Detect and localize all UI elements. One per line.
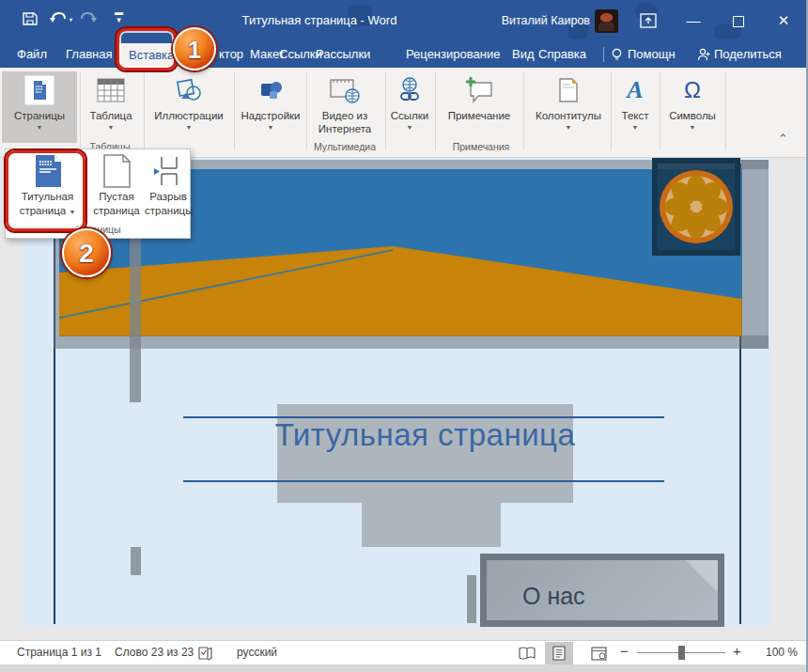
links-button[interactable]: Ссылки ▼ (387, 71, 432, 143)
links-icon (387, 71, 432, 109)
table-button[interactable]: Таблица ▼ (83, 71, 139, 143)
status-bar: Страница 1 из 1 Слово 23 из 23 русский −… (0, 640, 808, 664)
links-label: Ссылки (387, 109, 432, 122)
addins-label: Надстройки (237, 109, 304, 122)
tab-review[interactable]: Рецензирование (406, 47, 500, 61)
header-footer-label: Колонтитулы (528, 109, 609, 122)
blank-page-item[interactable]: Пустая страница (89, 152, 144, 217)
window-title: Титульная страница - Word (197, 13, 442, 27)
text-icon: A (614, 71, 657, 109)
group-separator (306, 71, 307, 150)
online-video-label: Видео из Интернета (308, 109, 381, 135)
tab-design-partial[interactable]: ктор (219, 47, 243, 61)
proofing-status-icon[interactable] (197, 645, 213, 664)
zoom-out-button[interactable]: − (620, 643, 629, 659)
window-bottom-edge (0, 664, 808, 672)
blank-page-label: Пустая страница (89, 190, 144, 217)
document-title-text[interactable]: Титульная страница (183, 417, 667, 453)
ribbon-display-options-icon[interactable] (628, 0, 669, 41)
addins-button[interactable]: Надстройки ▼ (237, 71, 304, 143)
online-video-icon (308, 71, 381, 109)
text-label: Текст (614, 109, 657, 122)
pages-button[interactable]: Страницы ▼ (2, 71, 77, 143)
maximize-button[interactable] (718, 0, 759, 41)
selection-overlay-right (741, 160, 769, 349)
tab-mailings[interactable]: Рассылки (316, 47, 370, 61)
text-button[interactable]: A Текст ▼ (614, 71, 657, 143)
customize-qat-button[interactable]: ▬▾ (115, 8, 123, 23)
annotation-badge-2: 2 (62, 228, 111, 277)
subtitle-placeholder-block[interactable] (362, 503, 501, 547)
group-separator (660, 71, 660, 150)
zoom-in-button[interactable]: + (733, 643, 741, 659)
illustrations-button[interactable]: Иллюстрации ▼ (148, 71, 229, 143)
dropdown-caret-icon: ▼ (2, 124, 77, 131)
avatar[interactable] (595, 9, 618, 33)
zoom-level[interactable]: 100 % (753, 646, 798, 659)
table-label: Таблица (83, 109, 139, 122)
placeholder-bar-small (467, 575, 476, 623)
annotation-rect-insert-tab (117, 28, 177, 70)
dropdown-caret-icon: ▼ (387, 124, 432, 131)
minimize-button[interactable]: — (673, 0, 714, 41)
illustrations-icon (148, 71, 229, 109)
dropdown-caret-icon: ▼ (83, 124, 139, 131)
read-mode-button[interactable] (513, 642, 541, 664)
tab-share[interactable]: Поделиться (714, 47, 782, 61)
zoom-slider-handle[interactable] (678, 646, 685, 660)
dropdown-caret-icon: ▼ (528, 124, 609, 131)
symbols-label: Символы (662, 109, 723, 122)
dropdown-caret-icon: ▼ (148, 124, 229, 131)
about-heading: О нас (522, 583, 585, 610)
page-break-icon (145, 152, 192, 190)
group-separator (234, 71, 235, 150)
group-separator (80, 71, 81, 150)
group-separator (611, 71, 612, 150)
header-footer-button[interactable]: Колонтитулы ▼ (528, 71, 609, 143)
collapse-ribbon-icon[interactable]: ⌃ (778, 132, 788, 146)
title-rule-bottom (183, 480, 664, 482)
tab-file[interactable]: Файл (17, 47, 47, 61)
group-separator (435, 71, 436, 150)
group-label-media: Мультимедиа (304, 141, 385, 152)
group-separator (144, 71, 145, 150)
selection-overlay-bottom (59, 336, 769, 349)
illustrations-label: Иллюстрации (148, 109, 229, 122)
tab-view[interactable]: Вид (512, 47, 535, 61)
group-separator (385, 71, 386, 150)
comment-button[interactable]: Примечание (440, 71, 519, 143)
redo-button[interactable] (79, 10, 98, 31)
account-name[interactable]: Виталий Каиров (492, 14, 590, 27)
undo-button[interactable] (49, 10, 73, 31)
omega-icon: Ω (662, 71, 723, 109)
blank-page-icon (89, 152, 144, 190)
orange-slice-image[interactable] (652, 158, 740, 256)
pages-label: Страницы (2, 109, 77, 122)
word-count[interactable]: Слово 23 из 23 (115, 646, 194, 659)
symbols-button[interactable]: Ω Символы ▼ (662, 71, 723, 143)
language-indicator[interactable]: русский (237, 646, 277, 659)
annotation-badge-1: 1 (173, 27, 216, 70)
pages-icon (2, 71, 77, 109)
close-button[interactable]: ✕ (763, 0, 804, 41)
group-separator (725, 71, 726, 150)
about-box[interactable]: О нас (480, 554, 724, 627)
group-label-comments: Примечания (442, 141, 521, 152)
save-icon[interactable] (21, 9, 39, 32)
dropdown-caret-icon: ▼ (662, 124, 723, 131)
page-break-label: Разрыв страницы (145, 190, 192, 217)
page-indicator[interactable]: Страница 1 из 1 (17, 646, 101, 659)
tab-divider (603, 47, 604, 62)
web-layout-button[interactable] (584, 642, 613, 664)
group-separator (523, 71, 524, 150)
lightbulb-icon (611, 48, 623, 65)
tab-assistant[interactable]: Помощн (628, 47, 676, 61)
dropdown-caret-icon: ▼ (614, 124, 657, 131)
print-layout-button[interactable] (545, 642, 573, 664)
folded-corner (686, 560, 718, 592)
annotation-rect-cover-page (6, 150, 85, 231)
online-video-button[interactable]: Видео из Интернета (308, 71, 381, 143)
tab-home[interactable]: Главная (66, 47, 112, 61)
page-break-item[interactable]: Разрыв страницы (145, 152, 192, 217)
tab-help[interactable]: Справка (538, 47, 586, 61)
